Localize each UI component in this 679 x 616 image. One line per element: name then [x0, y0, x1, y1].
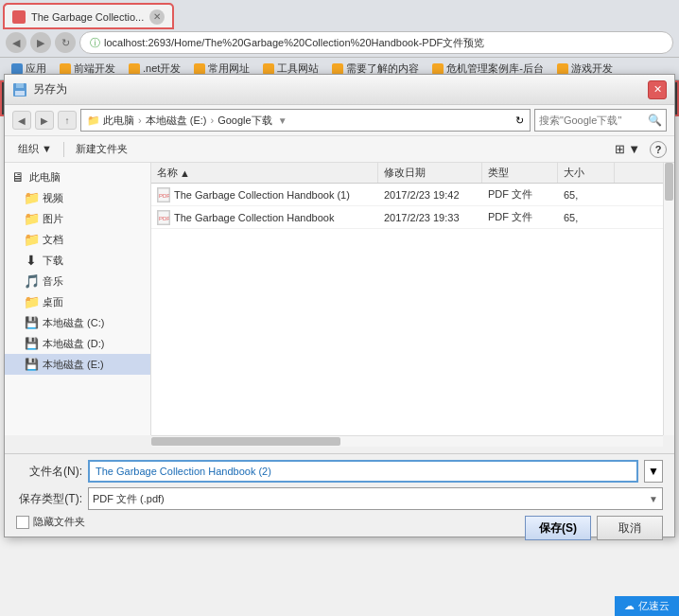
filename-input[interactable]	[88, 460, 638, 483]
tree-item-desktop[interactable]: 📁 桌面	[5, 291, 150, 312]
bookmark-icon	[129, 63, 140, 75]
col-header-type[interactable]: 类型	[482, 163, 558, 183]
file-list-body: PDF The Garbage Collection Handbook (1) …	[151, 184, 663, 435]
hide-folders-label: 隐藏文件夹	[33, 515, 85, 529]
file-row-1[interactable]: PDF The Garbage Collection Handbook (1) …	[151, 184, 663, 206]
col-header-name[interactable]: 名称 ▲	[151, 163, 378, 183]
dialog-search-bar[interactable]: 🔍	[534, 109, 667, 132]
file-name-text-1: The Garbage Collection Handbook (1)	[174, 189, 350, 201]
svg-text:PDF: PDF	[159, 193, 169, 199]
download-icon: ⬇	[24, 253, 39, 268]
filetype-row: 保存类型(T): PDF 文件 (.pdf) ▼	[16, 487, 663, 510]
filename-label: 文件名(N):	[16, 464, 82, 480]
dialog-toolbar: 组织 ▼ 新建文件夹 ⊞ ▼ ?	[5, 136, 674, 163]
filename-dropdown-button[interactable]: ▼	[644, 460, 663, 483]
tree-item-drive-e[interactable]: 💾 本地磁盘 (E:)	[5, 354, 150, 375]
bookmark-icon	[557, 63, 568, 75]
tree-item-documents[interactable]: 📁 文档	[5, 229, 150, 250]
tree-item-label: 视频	[43, 191, 63, 205]
col-date-label: 修改日期	[384, 166, 426, 180]
tree-item-label: 音乐	[43, 274, 63, 289]
address-bar-row: ◀ ▶ ↻ ⓘ localhost:2693/Home/The%20Garbag…	[0, 28, 679, 58]
h-scrollbar-thumb[interactable]	[151, 437, 340, 446]
dialog-back-button[interactable]: ◀	[12, 111, 31, 130]
col-header-date[interactable]: 修改日期	[378, 163, 482, 183]
tree-item-video[interactable]: 📁 视频	[5, 187, 150, 208]
left-panel: 🖥 此电脑 📁 视频 📁 图片 📁 文档 ⬇ 下载 🎵 音乐	[5, 163, 151, 435]
svg-text:PDF: PDF	[159, 216, 169, 221]
path-refresh-icon[interactable]: ↻	[515, 114, 524, 127]
folder-icon: 📁	[24, 232, 39, 247]
dialog-titlebar: 另存为 ✕	[5, 75, 674, 105]
file-date-2: 2017/2/23 19:33	[378, 206, 482, 228]
scrollbar-thumb[interactable]	[665, 163, 673, 201]
toolbar-separator	[63, 142, 64, 157]
view-options-button[interactable]: ⊞ ▼	[609, 139, 646, 159]
search-icon: 🔍	[648, 114, 662, 127]
dialog-buttons: 保存(S) 取消	[16, 516, 663, 540]
save-button[interactable]: 保存(S)	[525, 516, 591, 540]
tree-item-drive-d[interactable]: 💾 本地磁盘 (D:)	[5, 333, 150, 354]
tree-item-label: 图片	[43, 212, 63, 226]
file-name-text-2: The Garbage Collection Handbook	[174, 212, 334, 223]
pdf-icon-2: PDF	[157, 210, 170, 225]
desktop-icon: 📁	[24, 294, 39, 309]
dialog-search-input[interactable]	[539, 114, 646, 126]
dialog-close-button[interactable]: ✕	[648, 80, 667, 99]
right-panel: 名称 ▲ 修改日期 类型 大小	[151, 163, 663, 435]
address-bar[interactable]: ⓘ localhost:2693/Home/The%20Garbage%20Co…	[79, 31, 673, 54]
organize-button[interactable]: 组织 ▼	[12, 139, 58, 159]
tab-close-button[interactable]: ✕	[149, 9, 165, 25]
filetype-dropdown-arrow: ▼	[649, 494, 658, 504]
hide-folders-toggle[interactable]: 隐藏文件夹	[16, 515, 85, 529]
dialog-forward-button[interactable]: ▶	[35, 111, 54, 130]
active-tab[interactable]: The Garbage Collectio... ✕	[4, 4, 173, 28]
cancel-button[interactable]: 取消	[597, 516, 663, 540]
col-type-label: 类型	[488, 166, 509, 180]
file-name-1: PDF The Garbage Collection Handbook (1)	[151, 184, 378, 205]
horizontal-scrollbar[interactable]	[151, 435, 663, 447]
file-list-header: 名称 ▲ 修改日期 类型 大小	[151, 163, 663, 184]
dialog-address-row: ◀ ▶ ↑ 📁 此电脑 › 本地磁盘 (E:) › Google下载 ▼ ↻ 🔍	[5, 105, 674, 136]
back-button[interactable]: ◀	[6, 32, 26, 53]
dialog-up-button[interactable]: ↑	[58, 111, 77, 130]
tree-item-label: 文档	[43, 233, 63, 247]
path-drive: 本地磁盘 (E:)	[146, 114, 207, 128]
filename-row: 文件名(N): ▼	[16, 460, 663, 483]
lock-icon: ⓘ	[90, 36, 100, 50]
save-icon	[12, 82, 27, 97]
tree-item-label: 本地磁盘 (D:)	[43, 337, 104, 351]
help-button[interactable]: ?	[650, 141, 667, 158]
col-header-size[interactable]: 大小	[558, 163, 615, 183]
new-folder-button[interactable]: 新建文件夹	[70, 139, 133, 159]
filetype-label: 保存类型(T):	[16, 491, 82, 507]
dialog-main: 🖥 此电脑 📁 视频 📁 图片 📁 文档 ⬇ 下载 🎵 音乐	[5, 163, 674, 435]
dialog-title-text: 另存为	[33, 81, 67, 97]
new-folder-label: 新建文件夹	[76, 142, 128, 156]
bookmark-icon	[432, 63, 444, 75]
forward-button[interactable]: ▶	[30, 32, 51, 53]
vertical-scrollbar[interactable]	[663, 163, 674, 435]
cloud-icon: ☁	[624, 600, 635, 612]
col-size-label: 大小	[564, 166, 584, 180]
path-computer: 📁 此电脑	[87, 114, 134, 128]
dialog-path-bar[interactable]: 📁 此电脑 › 本地磁盘 (E:) › Google下载 ▼ ↻	[80, 109, 531, 132]
file-row-2[interactable]: PDF The Garbage Collection Handbook 2017…	[151, 206, 663, 229]
bookmark-icon	[332, 63, 343, 75]
filetype-select[interactable]: PDF 文件 (.pdf) ▼	[88, 487, 663, 510]
organize-label: 组织 ▼	[18, 142, 52, 156]
refresh-button[interactable]: ↻	[55, 32, 76, 53]
system-tray: ☁ 亿速云	[615, 596, 679, 616]
tree-item-computer[interactable]: 🖥 此电脑	[5, 167, 150, 187]
tree-item-pictures[interactable]: 📁 图片	[5, 208, 150, 229]
tree-item-downloads[interactable]: ⬇ 下载	[5, 250, 150, 271]
file-size-2: 65,	[558, 206, 615, 228]
checkbox-icon	[16, 516, 29, 529]
sort-arrow: ▲	[180, 167, 190, 179]
tree-item-label: 本地磁盘 (E:)	[43, 358, 104, 372]
bookmark-icon	[11, 63, 23, 75]
tree-item-music[interactable]: 🎵 音乐	[5, 271, 150, 291]
tree-item-drive-c[interactable]: 💾 本地磁盘 (C:)	[5, 312, 150, 333]
drive-icon: 💾	[24, 357, 39, 372]
save-dialog: 另存为 ✕ ◀ ▶ ↑ 📁 此电脑 › 本地磁盘 (E:) › Google下载…	[4, 74, 675, 537]
